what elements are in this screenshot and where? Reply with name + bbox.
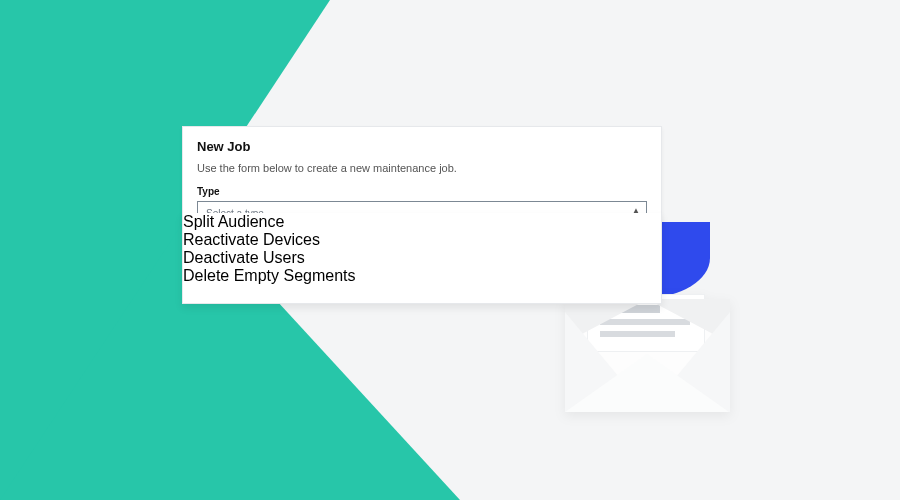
envelope-illustration (565, 300, 730, 412)
panel-description: Use the form below to create a new maint… (197, 162, 647, 174)
dropdown-option-deactivate-users[interactable]: Deactivate Users (183, 249, 661, 267)
dropdown-option-label: Deactivate Users (183, 249, 305, 266)
dropdown-option-truncated[interactable] (183, 285, 661, 299)
dropdown-option-label: Reactivate Devices (183, 231, 320, 248)
dropdown-option-label: Delete Empty Segments (183, 267, 356, 284)
type-dropdown[interactable]: Split Audience Reactivate Devices Deacti… (182, 213, 722, 304)
type-field-label: Type (197, 186, 647, 197)
new-job-panel: New Job Use the form below to create a n… (182, 126, 662, 226)
dropdown-option-delete-empty-segments[interactable]: Delete Empty Segments (183, 267, 661, 285)
dropdown-option-reactivate-devices[interactable]: Reactivate Devices (183, 231, 661, 249)
dropdown-option-split-audience[interactable]: Split Audience (183, 213, 661, 231)
panel-title: New Job (197, 139, 647, 154)
dropdown-option-label: Split Audience (183, 213, 284, 230)
